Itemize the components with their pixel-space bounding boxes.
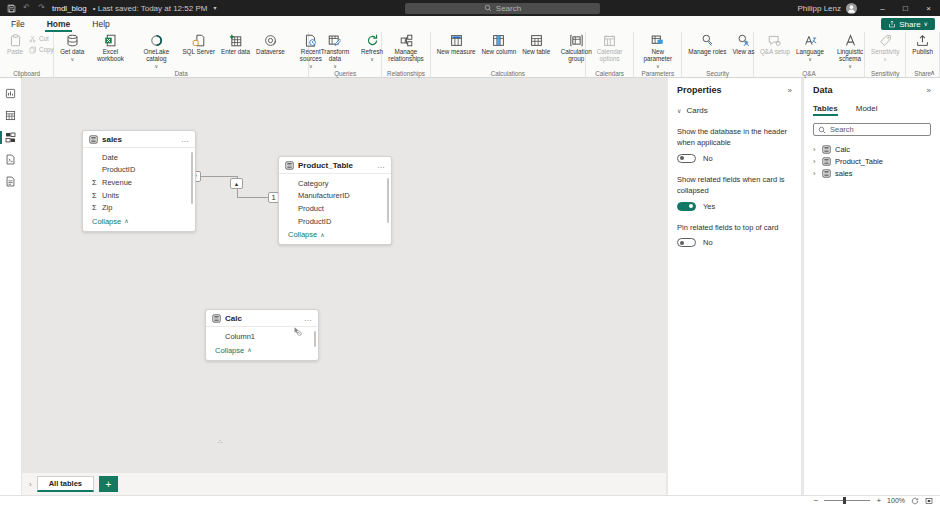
ribbon-button[interactable]: Copy ∨ [27,44,56,55]
relationship-line[interactable] [196,176,238,177]
menu-tab[interactable]: Help [81,16,120,32]
ribbon-button[interactable]: OneLake catalog ∨ [133,33,179,69]
table-field[interactable]: Σ Category [279,177,391,190]
expand-chevron-icon[interactable]: › [813,170,818,177]
close-button[interactable]: × [917,0,940,16]
table-card-header[interactable]: Calc … [206,310,318,327]
ribbon-button[interactable]: Language ∨ [793,33,827,69]
card-scrollbar[interactable] [387,178,389,223]
ribbon-button[interactable]: Manage roles ∨ [685,33,729,69]
view-rail-item[interactable] [0,128,22,147]
table-card-header[interactable]: sales … [83,131,195,148]
collapse-card-link[interactable]: Collapse ∧ [279,228,391,244]
ribbon-button[interactable]: Manage relationships ∨ [385,33,426,69]
zoom-slider[interactable] [824,500,870,501]
cards-section-header[interactable]: ∨ Cards [677,106,792,115]
collapse-card-link[interactable]: Collapse ∧ [206,344,318,360]
ribbon-button[interactable]: Get data ∨ [57,33,87,69]
reset-zoom-icon[interactable] [911,497,919,505]
table-field[interactable]: Σ Date [83,151,195,164]
expand-chevron-icon[interactable]: › [813,146,818,153]
zoom-out-button[interactable]: − [814,497,819,505]
table-field[interactable]: Σ Revenue [83,176,195,189]
add-layout-button[interactable]: + [99,476,118,492]
data-panel-tab[interactable]: Tables [813,104,838,116]
ribbon-button[interactable]: Enter data ∨ [218,33,253,69]
tab-scroll-icon[interactable]: › [29,480,32,489]
collapse-ribbon-icon[interactable]: ∧ [930,69,935,504]
data-search-input[interactable]: Search [813,123,931,136]
ribbon-button[interactable]: Excel workbook ∨ [87,33,133,69]
table-field[interactable]: Σ Product [279,202,391,215]
ribbon-button[interactable]: SQL Server ∨ [179,33,218,69]
document-title[interactable]: tmdl_blog [52,4,87,13]
ribbon-group: Manage relationships ∨ Relationships [382,32,430,77]
chevron-up-icon: ∧ [247,347,251,353]
toggle-switch[interactable] [677,202,696,211]
ribbon-button[interactable]: New table ∨ [519,33,553,69]
zoom-in-button[interactable]: + [876,497,881,505]
table-field[interactable]: Σ Zip [83,201,195,214]
more-options-icon[interactable]: … [304,314,312,323]
card-scrollbar[interactable] [191,152,193,204]
ribbon-button[interactable]: Paste ∨ [3,33,27,69]
save-icon[interactable] [7,4,16,13]
collapse-panel-icon[interactable]: » [788,86,792,95]
ribbon-button[interactable]: Calendar options ∨ [589,33,630,69]
ribbon-button[interactable]: Dataverse ∨ [253,33,288,69]
expand-chevron-icon[interactable]: › [813,158,818,165]
view-rail-item[interactable] [0,84,22,103]
ribbon-group-buttons: Transform data ∨ Refresh ∨ [312,33,378,69]
title-caret-down-icon[interactable]: ▾ [213,5,216,11]
collapse-card-link[interactable]: Collapse ∧ [83,215,195,231]
ribbon-button[interactable]: Publish ∨ [909,33,936,69]
data-panel-tab[interactable]: Model [856,104,878,116]
table-field[interactable]: Σ ManufacturerID [279,190,391,203]
account-button[interactable]: Philipp Lenz [797,3,857,14]
table-card-product-table[interactable]: Product_Table … Σ Category Σ Manufacture… [278,156,392,245]
menu-tab[interactable]: Home [36,16,82,32]
model-canvas[interactable]: * 1 ▲ sales … Σ Date Σ ProductID Σ [22,78,666,473]
ribbon-button[interactable]: New parameter ∨ [637,33,678,69]
ribbon-button[interactable]: Sensitivity ∨ [868,33,902,69]
card-scrollbar[interactable] [314,331,316,347]
toggle-switch[interactable] [677,154,696,163]
all-tables-tab[interactable]: All tables [37,476,94,492]
ribbon-button[interactable]: Transform data ∨ [312,33,358,69]
tree-item[interactable]: › Product_Table [813,155,931,167]
ribbon-button-icon [916,34,929,47]
ribbon-group-label: Clipboard [3,69,50,77]
minimize-button[interactable]: – [871,0,894,16]
tree-item[interactable]: › Calc [813,143,931,155]
ribbon-button[interactable]: Q&A setup ∨ [757,33,793,69]
share-button[interactable]: Share ∨ [881,18,935,30]
menu-tab[interactable]: File [0,16,36,32]
table-field[interactable]: Σ Units [83,189,195,202]
toggle-switch[interactable] [677,238,696,247]
ribbon-button[interactable]: Cut ∨ [27,33,56,44]
global-search-input[interactable]: Search [405,3,600,14]
ribbon-button-icon [492,34,505,47]
ribbon-button[interactable]: New measure ∨ [434,33,479,69]
more-options-icon[interactable]: … [181,135,189,144]
menu-tab-label: Help [92,19,109,29]
table-icon [822,157,831,166]
ribbon-button[interactable]: New column ∨ [479,33,520,69]
maximize-button[interactable]: □ [894,0,917,16]
table-field[interactable]: Σ ProductID [279,215,391,228]
view-rail-item[interactable] [0,106,22,125]
tree-item[interactable]: › sales [813,167,931,179]
toggle-value: No [703,238,713,247]
more-options-icon[interactable]: … [377,161,385,170]
table-field[interactable]: Σ ProductID [83,164,195,177]
chevron-down-icon: ∨ [808,56,812,62]
view-rail-item[interactable] [0,150,22,169]
table-card-header[interactable]: Product_Table … [279,157,391,174]
view-rail-item[interactable] [0,172,22,191]
ribbon-button-icon [603,34,616,47]
avatar[interactable] [846,3,857,14]
redo-icon[interactable]: ↷ [37,4,46,13]
zoom-slider-handle[interactable] [843,497,846,504]
table-card-sales[interactable]: sales … Σ Date Σ ProductID Σ Revenue [82,130,196,232]
undo-icon[interactable]: ↶ [22,4,31,13]
